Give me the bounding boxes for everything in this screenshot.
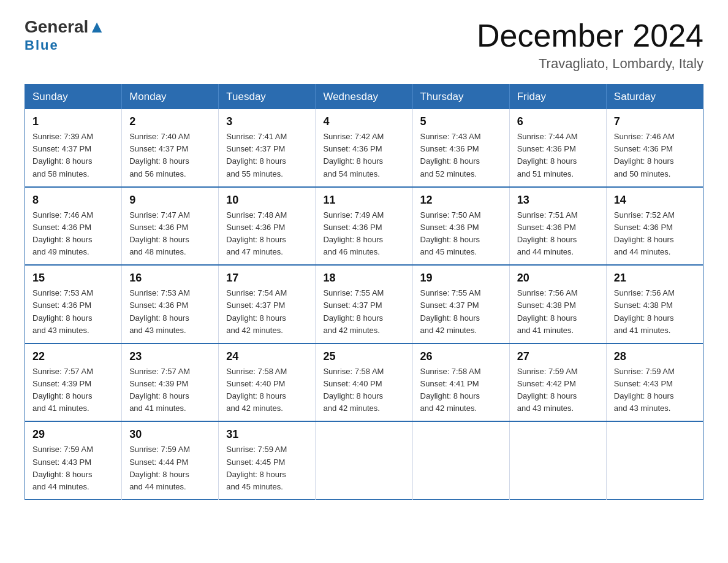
day-number: 19 xyxy=(420,272,502,285)
col-monday: Monday xyxy=(122,85,219,110)
day-info: Sunrise: 7:52 AMSunset: 4:36 PMDaylight:… xyxy=(614,209,696,259)
day-number: 10 xyxy=(226,194,308,207)
table-row: 13 Sunrise: 7:51 AMSunset: 4:36 PMDaylig… xyxy=(509,187,606,266)
col-thursday: Thursday xyxy=(412,85,509,110)
day-number: 5 xyxy=(420,115,502,128)
day-info: Sunrise: 7:59 AMSunset: 4:45 PMDaylight:… xyxy=(226,443,308,493)
day-info: Sunrise: 7:58 AMSunset: 4:40 PMDaylight:… xyxy=(226,366,308,415)
col-sunday: Sunday xyxy=(25,85,122,110)
day-info: Sunrise: 7:55 AMSunset: 4:37 PMDaylight:… xyxy=(420,287,502,337)
logo-general: General xyxy=(25,17,88,36)
col-wednesday: Wednesday xyxy=(316,85,412,110)
table-row: 19 Sunrise: 7:55 AMSunset: 4:37 PMDaylig… xyxy=(412,265,509,343)
table-row: 12 Sunrise: 7:50 AMSunset: 4:36 PMDaylig… xyxy=(412,187,509,266)
day-number: 11 xyxy=(323,194,404,207)
col-tuesday: Tuesday xyxy=(219,85,316,110)
table-row: 9 Sunrise: 7:47 AMSunset: 4:36 PMDayligh… xyxy=(122,187,219,266)
day-number: 9 xyxy=(129,194,211,207)
day-info: Sunrise: 7:59 AMSunset: 4:43 PMDaylight:… xyxy=(32,443,114,493)
day-number: 22 xyxy=(32,350,114,363)
day-info: Sunrise: 7:44 AMSunset: 4:36 PMDaylight:… xyxy=(517,131,599,180)
page-header: General▲ Blue December 2024 Travagliato,… xyxy=(25,18,703,72)
day-info: Sunrise: 7:53 AMSunset: 4:36 PMDaylight:… xyxy=(129,287,211,337)
calendar-week-row: 29 Sunrise: 7:59 AMSunset: 4:43 PMDaylig… xyxy=(25,421,703,499)
day-number: 15 xyxy=(32,272,114,285)
day-info: Sunrise: 7:39 AMSunset: 4:37 PMDaylight:… xyxy=(32,131,114,180)
table-row: 30 Sunrise: 7:59 AMSunset: 4:44 PMDaylig… xyxy=(122,421,219,499)
day-info: Sunrise: 7:58 AMSunset: 4:40 PMDaylight:… xyxy=(323,366,404,415)
day-number: 16 xyxy=(129,272,211,285)
day-number: 3 xyxy=(226,115,308,128)
day-info: Sunrise: 7:51 AMSunset: 4:36 PMDaylight:… xyxy=(517,209,599,259)
day-number: 17 xyxy=(226,272,308,285)
day-info: Sunrise: 7:49 AMSunset: 4:36 PMDaylight:… xyxy=(323,209,404,259)
day-number: 4 xyxy=(323,115,404,128)
table-row: 27 Sunrise: 7:59 AMSunset: 4:42 PMDaylig… xyxy=(509,343,606,422)
table-row: 17 Sunrise: 7:54 AMSunset: 4:37 PMDaylig… xyxy=(219,265,316,343)
day-number: 25 xyxy=(323,350,404,363)
day-info: Sunrise: 7:53 AMSunset: 4:36 PMDaylight:… xyxy=(32,287,114,337)
table-row: 1 Sunrise: 7:39 AMSunset: 4:37 PMDayligh… xyxy=(25,109,122,187)
day-info: Sunrise: 7:57 AMSunset: 4:39 PMDaylight:… xyxy=(129,366,211,415)
table-row: 10 Sunrise: 7:48 AMSunset: 4:36 PMDaylig… xyxy=(219,187,316,266)
day-info: Sunrise: 7:46 AMSunset: 4:36 PMDaylight:… xyxy=(32,209,114,259)
day-number: 13 xyxy=(517,194,599,207)
table-row: 4 Sunrise: 7:42 AMSunset: 4:36 PMDayligh… xyxy=(316,109,412,187)
table-row: 31 Sunrise: 7:59 AMSunset: 4:45 PMDaylig… xyxy=(219,421,316,499)
day-info: Sunrise: 7:59 AMSunset: 4:43 PMDaylight:… xyxy=(614,366,696,415)
day-number: 23 xyxy=(129,350,211,363)
calendar-week-row: 1 Sunrise: 7:39 AMSunset: 4:37 PMDayligh… xyxy=(25,109,703,187)
table-row: 16 Sunrise: 7:53 AMSunset: 4:36 PMDaylig… xyxy=(122,265,219,343)
day-info: Sunrise: 7:58 AMSunset: 4:41 PMDaylight:… xyxy=(420,366,502,415)
day-info: Sunrise: 7:54 AMSunset: 4:37 PMDaylight:… xyxy=(226,287,308,337)
day-info: Sunrise: 7:41 AMSunset: 4:37 PMDaylight:… xyxy=(226,131,308,180)
day-info: Sunrise: 7:56 AMSunset: 4:38 PMDaylight:… xyxy=(517,287,599,337)
day-number: 20 xyxy=(517,272,599,285)
day-number: 21 xyxy=(614,272,696,285)
day-info: Sunrise: 7:59 AMSunset: 4:42 PMDaylight:… xyxy=(517,366,599,415)
table-row: 28 Sunrise: 7:59 AMSunset: 4:43 PMDaylig… xyxy=(606,343,703,422)
day-number: 8 xyxy=(32,194,114,207)
col-saturday: Saturday xyxy=(606,85,703,110)
table-row: 8 Sunrise: 7:46 AMSunset: 4:36 PMDayligh… xyxy=(25,187,122,266)
table-row: 14 Sunrise: 7:52 AMSunset: 4:36 PMDaylig… xyxy=(606,187,703,266)
day-number: 7 xyxy=(614,115,696,128)
table-row xyxy=(606,421,703,499)
day-number: 1 xyxy=(32,115,114,128)
day-info: Sunrise: 7:55 AMSunset: 4:37 PMDaylight:… xyxy=(323,287,404,337)
table-row: 20 Sunrise: 7:56 AMSunset: 4:38 PMDaylig… xyxy=(509,265,606,343)
location: Travagliato, Lombardy, Italy xyxy=(477,56,703,72)
day-number: 26 xyxy=(420,350,502,363)
logo-text: General▲ Blue xyxy=(25,18,105,53)
table-row xyxy=(412,421,509,499)
day-info: Sunrise: 7:42 AMSunset: 4:36 PMDaylight:… xyxy=(323,131,404,180)
day-number: 2 xyxy=(129,115,211,128)
table-row: 7 Sunrise: 7:46 AMSunset: 4:36 PMDayligh… xyxy=(606,109,703,187)
calendar-week-row: 22 Sunrise: 7:57 AMSunset: 4:39 PMDaylig… xyxy=(25,343,703,422)
table-row: 11 Sunrise: 7:49 AMSunset: 4:36 PMDaylig… xyxy=(316,187,412,266)
day-info: Sunrise: 7:40 AMSunset: 4:37 PMDaylight:… xyxy=(129,131,211,180)
calendar-week-row: 8 Sunrise: 7:46 AMSunset: 4:36 PMDayligh… xyxy=(25,187,703,266)
day-info: Sunrise: 7:50 AMSunset: 4:36 PMDaylight:… xyxy=(420,209,502,259)
table-row: 26 Sunrise: 7:58 AMSunset: 4:41 PMDaylig… xyxy=(412,343,509,422)
day-number: 18 xyxy=(323,272,404,285)
logo: General▲ Blue xyxy=(25,18,105,53)
table-row: 2 Sunrise: 7:40 AMSunset: 4:37 PMDayligh… xyxy=(122,109,219,187)
day-info: Sunrise: 7:48 AMSunset: 4:36 PMDaylight:… xyxy=(226,209,308,259)
table-row: 23 Sunrise: 7:57 AMSunset: 4:39 PMDaylig… xyxy=(122,343,219,422)
calendar-table: Sunday Monday Tuesday Wednesday Thursday… xyxy=(25,84,703,500)
table-row: 21 Sunrise: 7:56 AMSunset: 4:38 PMDaylig… xyxy=(606,265,703,343)
day-info: Sunrise: 7:56 AMSunset: 4:38 PMDaylight:… xyxy=(614,287,696,337)
table-row: 6 Sunrise: 7:44 AMSunset: 4:36 PMDayligh… xyxy=(509,109,606,187)
calendar-header-row: Sunday Monday Tuesday Wednesday Thursday… xyxy=(25,85,703,110)
logo-blue: Blue xyxy=(25,37,59,53)
day-info: Sunrise: 7:57 AMSunset: 4:39 PMDaylight:… xyxy=(32,366,114,415)
title-block: December 2024 Travagliato, Lombardy, Ita… xyxy=(477,18,703,72)
day-info: Sunrise: 7:47 AMSunset: 4:36 PMDaylight:… xyxy=(129,209,211,259)
day-info: Sunrise: 7:46 AMSunset: 4:36 PMDaylight:… xyxy=(614,131,696,180)
day-number: 30 xyxy=(129,428,211,441)
table-row: 3 Sunrise: 7:41 AMSunset: 4:37 PMDayligh… xyxy=(219,109,316,187)
month-title: December 2024 xyxy=(477,18,703,53)
day-number: 27 xyxy=(517,350,599,363)
day-number: 31 xyxy=(226,428,308,441)
